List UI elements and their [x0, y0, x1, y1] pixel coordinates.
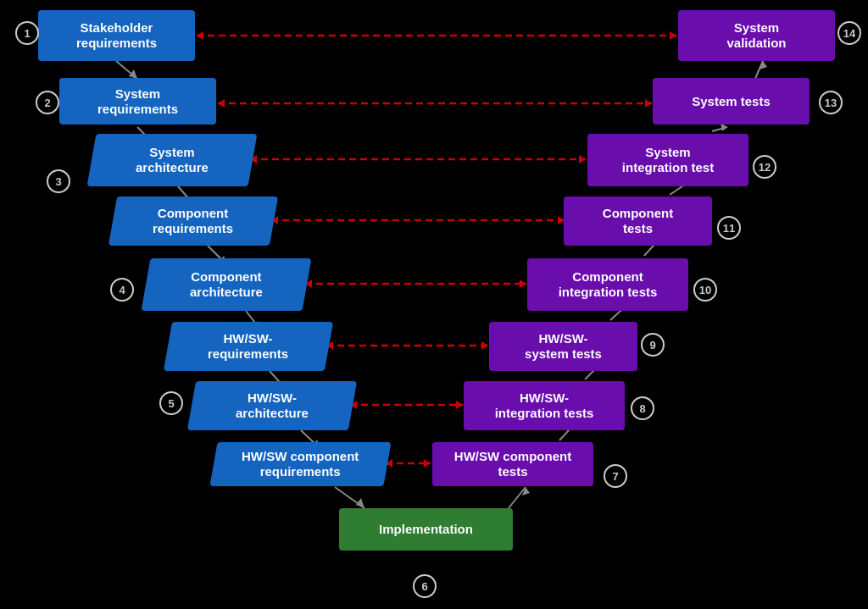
svg-marker-4 — [645, 99, 652, 108]
label-4: 4 — [110, 278, 134, 302]
svg-line-24 — [116, 61, 137, 79]
v-model-diagram: Stakeholder requirements Systemvalidatio… — [0, 0, 868, 609]
svg-line-52 — [712, 127, 727, 131]
implementation-box: Implementation — [339, 508, 513, 551]
svg-line-38 — [335, 487, 364, 508]
system-integration-test-box: Systemintegration test — [587, 134, 748, 186]
label-12: 12 — [753, 155, 776, 179]
label-8: 8 — [631, 396, 654, 420]
label-3: 3 — [47, 169, 70, 193]
svg-marker-16 — [481, 341, 488, 350]
system-architecture-box: Systemarchitecture — [87, 134, 258, 186]
component-integration-tests-box: Componentintegration tests — [527, 258, 688, 311]
stakeholder-requirements-box: Stakeholder requirements — [38, 10, 195, 61]
svg-marker-1 — [670, 31, 676, 40]
svg-marker-2 — [197, 31, 203, 40]
svg-marker-39 — [356, 498, 364, 508]
hwsw-requirements-box: HW/SW-requirements — [164, 322, 333, 371]
svg-marker-5 — [218, 99, 225, 108]
hwsw-component-tests-box: HW/SW componenttests — [432, 442, 593, 486]
label-13: 13 — [819, 91, 843, 114]
label-5: 5 — [159, 391, 183, 415]
system-requirements-box: Systemrequirements — [59, 78, 216, 125]
hwsw-system-tests-box: HW/SW-system tests — [489, 322, 637, 371]
component-architecture-box: Componentarchitecture — [142, 258, 312, 311]
svg-marker-7 — [579, 155, 586, 163]
svg-marker-41 — [522, 487, 530, 496]
component-tests-box: Componenttests — [564, 197, 712, 246]
component-requirements-box: Componentrequirements — [108, 197, 278, 246]
svg-line-40 — [509, 487, 526, 508]
label-6: 6 — [413, 574, 437, 598]
hwsw-component-requirements-box: HW/SW componentrequirements — [209, 442, 391, 486]
label-7: 7 — [604, 464, 627, 488]
label-14: 14 — [837, 21, 861, 45]
svg-marker-13 — [520, 280, 526, 288]
system-validation-box: Systemvalidation — [678, 10, 835, 61]
svg-marker-55 — [760, 61, 767, 69]
system-tests-box: System tests — [653, 78, 810, 125]
svg-marker-22 — [424, 459, 431, 468]
label-9: 9 — [641, 333, 665, 357]
hwsw-architecture-box: HW/SW-architecture — [187, 381, 357, 430]
label-2: 2 — [36, 91, 59, 114]
label-11: 11 — [717, 216, 741, 240]
label-10: 10 — [693, 278, 717, 302]
svg-marker-19 — [456, 401, 463, 409]
hwsw-integration-tests-box: HW/SW-integration tests — [464, 381, 625, 430]
label-1: 1 — [15, 21, 39, 45]
